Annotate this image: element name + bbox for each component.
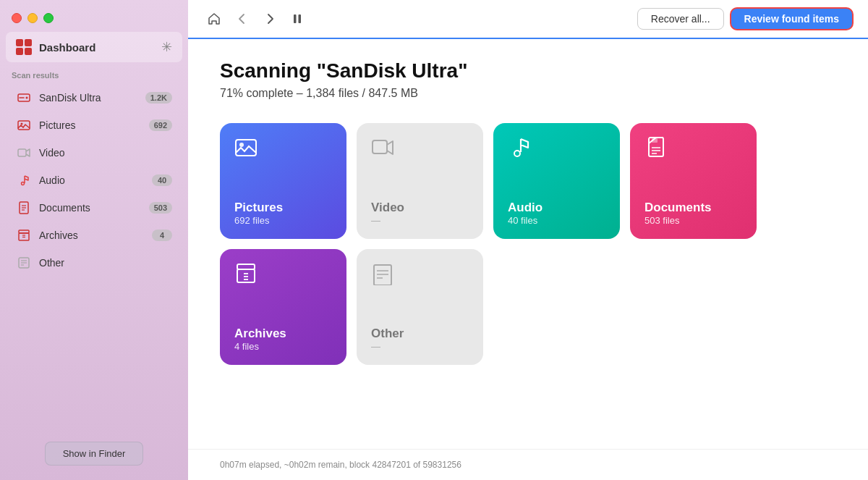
file-card-pictures[interactable]: Pictures 692 files [220,123,346,239]
svg-rect-21 [236,140,256,156]
scan-footer-status: 0h07m elapsed, ~0h02m remain, block 4284… [188,449,868,480]
sidebar-item-video-label: Video [39,147,172,159]
sidebar-item-archives-badge: 4 [152,230,172,241]
other-card-icon [371,262,469,291]
file-card-documents[interactable]: Documents 503 files [630,123,757,239]
fullscreen-button[interactable] [43,13,54,23]
archives-card-icon [234,262,332,291]
scan-title: Scanning "SanDisk Ultra" [220,59,836,83]
video-card-count: — [371,215,469,226]
svg-rect-20 [299,14,302,23]
other-card-count: — [371,341,469,352]
picture-icon [16,117,32,133]
sidebar-item-archives[interactable]: Archives 4 [4,222,184,248]
toolbar: Recover all... Review found items [188,0,868,39]
documents-card-icon [644,136,742,165]
home-button[interactable] [203,9,226,29]
audio-card-count: 40 files [508,215,605,226]
sidebar-item-pictures[interactable]: Pictures 692 [4,112,184,138]
pictures-card-icon [234,136,332,165]
dashboard-item[interactable]: Dashboard ✳ [6,32,182,62]
audio-card-info: Audio 40 files [508,201,605,226]
svg-rect-26 [652,138,658,143]
svg-point-22 [239,143,244,147]
sidebar-item-sandisk-badge: 1.2K [145,92,172,104]
svg-rect-31 [237,269,255,282]
close-button[interactable] [12,13,22,23]
sidebar-item-pictures-badge: 692 [149,119,172,131]
dashboard-label: Dashboard [39,41,95,54]
svg-point-1 [26,97,28,99]
sidebar-item-documents[interactable]: Documents 503 [4,195,184,221]
video-card-icon [371,136,469,165]
svg-point-6 [22,182,25,185]
sidebar-item-documents-label: Documents [39,202,149,214]
documents-card-count: 503 files [644,215,742,226]
documents-card-label: Documents [644,201,742,215]
pictures-card-count: 692 files [234,215,332,226]
sidebar-footer: Show in Finder [0,442,188,466]
scan-header: Scanning "SanDisk Ultra" 71% complete – … [188,39,868,111]
documents-card-info: Documents 503 files [644,201,742,226]
dashboard-icon [16,39,32,55]
home-icon [207,12,221,26]
scan-results-label: Scan results [0,62,188,84]
pictures-card-info: Pictures 692 files [234,201,332,226]
archives-card-label: Archives [234,327,332,341]
pictures-card-label: Pictures [234,201,332,215]
other-icon [16,255,32,271]
sidebar-item-audio-badge: 40 [152,174,172,186]
svg-rect-30 [237,264,255,269]
sidebar-item-pictures-label: Pictures [39,119,149,131]
file-card-other[interactable]: Other — [357,249,483,365]
minimize-button[interactable] [27,13,38,23]
sidebar-item-sandisk-label: SanDisk Ultra [39,92,145,104]
svg-rect-5 [18,149,26,156]
svg-point-24 [514,151,520,156]
sidebar-item-documents-badge: 503 [149,202,172,214]
footer-status-text: 0h07m elapsed, ~0h02m remain, block 4284… [220,460,461,470]
archives-icon [16,227,32,243]
svg-rect-19 [294,14,297,23]
sidebar-item-video[interactable]: Video [4,140,184,166]
sidebar-item-other-label: Other [39,257,172,269]
sidebar-item-other[interactable]: Other [4,250,184,276]
archives-card-info: Archives 4 files [234,327,332,352]
audio-card-label: Audio [508,201,605,215]
other-card-label: Other [371,327,469,341]
forward-button[interactable] [259,9,281,28]
svg-rect-35 [374,265,391,285]
back-button[interactable] [231,9,253,28]
chevron-right-icon [263,12,276,25]
sidebar-item-sandisk[interactable]: SanDisk Ultra 1.2K [4,85,184,111]
hdd-icon [16,90,32,106]
file-card-audio[interactable]: Audio 40 files [493,123,620,239]
traffic-lights [0,0,188,32]
pause-icon [291,12,304,25]
documents-icon [16,200,32,216]
main-content: Recover all... Review found items Scanni… [188,0,868,480]
svg-rect-23 [373,140,387,153]
file-grid: Pictures 692 files Video — [188,111,868,376]
audio-card-icon [508,136,605,165]
pause-button[interactable] [286,9,308,28]
video-icon [16,145,32,161]
video-card-info: Video — [371,201,469,226]
other-card-info: Other — [371,327,469,352]
recover-all-button[interactable]: Recover all... [637,8,724,30]
chevron-left-icon [236,12,249,25]
sidebar: Dashboard ✳ Scan results SanDisk Ultra 1… [0,0,188,480]
sidebar-item-audio-label: Audio [39,174,152,186]
svg-rect-3 [18,121,30,130]
review-found-items-button[interactable]: Review found items [730,7,854,30]
archives-card-count: 4 files [234,341,332,352]
sidebar-item-audio[interactable]: Audio 40 [4,167,184,193]
file-card-video[interactable]: Video — [357,123,483,239]
video-card-label: Video [371,201,469,215]
sidebar-item-archives-label: Archives [39,230,152,241]
file-card-archives[interactable]: Archives 4 files [220,249,346,365]
spinner-icon: ✳ [161,39,172,55]
audio-icon [16,172,32,188]
scan-progress: 71% complete – 1,384 files / 847.5 MB [220,87,836,100]
show-in-finder-button[interactable]: Show in Finder [45,442,144,466]
